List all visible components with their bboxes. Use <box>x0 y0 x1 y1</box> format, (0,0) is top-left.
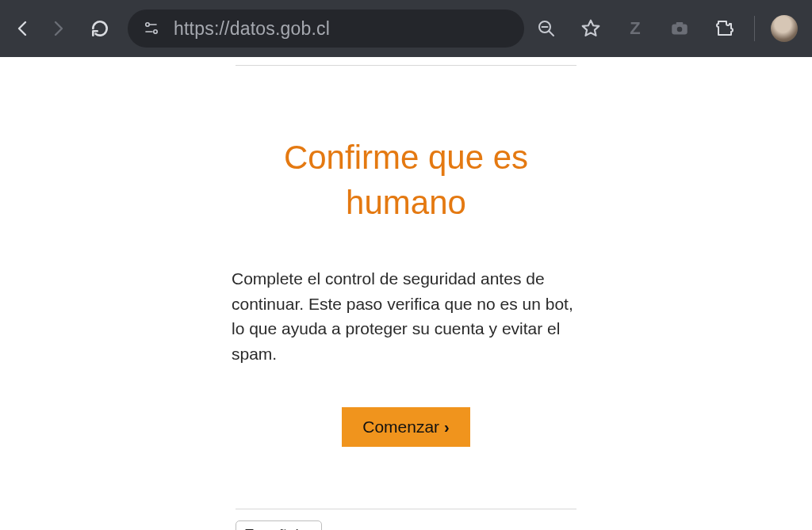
divider-bottom <box>236 509 576 509</box>
extension-camera-icon[interactable] <box>665 14 694 43</box>
back-button[interactable] <box>10 14 36 43</box>
begin-button-label: Comenzar <box>362 418 439 437</box>
bookmark-star-icon[interactable] <box>576 14 605 43</box>
page-description: Complete el control de seguridad antes d… <box>232 266 580 366</box>
browser-toolbar: https://datos.gob.cl Z <box>0 0 812 57</box>
site-settings-icon[interactable] <box>142 18 163 39</box>
profile-avatar[interactable] <box>771 15 798 42</box>
address-bar[interactable]: https://datos.gob.cl <box>128 10 524 48</box>
url-text: https://datos.gob.cl <box>174 18 330 40</box>
begin-button[interactable]: Comenzar › <box>342 407 470 447</box>
extension-z-icon[interactable]: Z <box>621 14 649 43</box>
svg-line-5 <box>549 31 553 36</box>
svg-point-3 <box>154 30 157 33</box>
extensions-puzzle-icon[interactable] <box>710 14 738 43</box>
reload-button[interactable] <box>86 14 113 43</box>
divider-top <box>236 65 576 66</box>
svg-point-0 <box>146 23 149 26</box>
toolbar-separator <box>754 16 755 41</box>
svg-rect-9 <box>676 22 684 25</box>
zoom-icon[interactable] <box>532 14 561 43</box>
page-content: Confirme que es humano Complete el contr… <box>0 57 812 530</box>
svg-point-8 <box>677 27 683 32</box>
forward-button[interactable] <box>44 14 71 43</box>
page-headline: Confirme que es humano <box>224 135 588 225</box>
chevron-right-icon: › <box>444 418 450 437</box>
language-select[interactable]: Español <box>236 520 322 530</box>
